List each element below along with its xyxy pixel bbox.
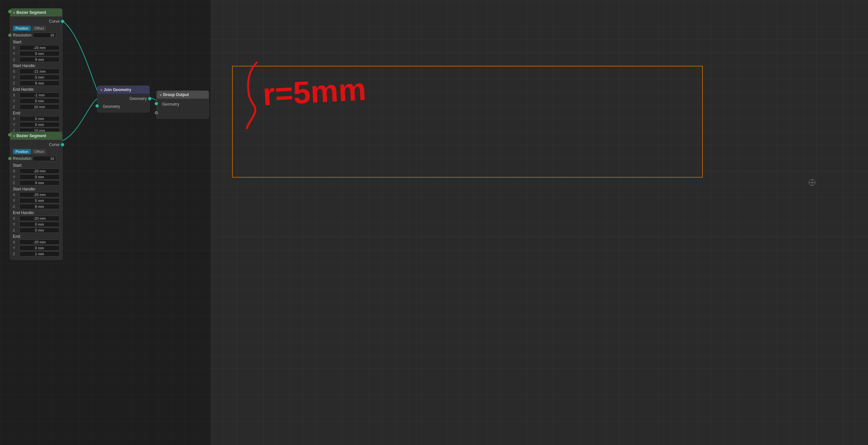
eh-x-2: X -20 mm	[10, 215, 62, 221]
start-z-value-2[interactable]: 9 mm	[20, 180, 60, 185]
start-x-value-2[interactable]: -20 mm	[20, 168, 60, 174]
start-y-value-1[interactable]: 0 mm	[20, 51, 60, 56]
end-x-2: X -20 mm	[10, 239, 62, 245]
bezier-node-2: ∨ Bezier Segment Curve Position Offset R…	[10, 132, 63, 260]
start-z-value-1[interactable]: 9 mm	[20, 57, 60, 62]
eh-z-value-2[interactable]: 0 mm	[20, 228, 60, 233]
sh-x-value-1[interactable]: -21 mm	[20, 69, 60, 74]
eh-y-value-1[interactable]: 0 mm	[20, 98, 60, 104]
x-label: X	[13, 46, 18, 50]
join-geometry-in-row: Geometry	[97, 102, 149, 111]
end-x-socket-1[interactable]	[8, 10, 11, 13]
start-x-value-1[interactable]: -20 mm	[20, 45, 60, 50]
end-x-1: X 0 mm	[10, 116, 62, 122]
end-x-value-2[interactable]: -20 mm	[20, 239, 60, 245]
sh-z-value-1[interactable]: 9 mm	[20, 80, 60, 86]
collapse-icon-1[interactable]: ∨	[13, 11, 15, 14]
resolution-row-2: Resolution 16	[10, 155, 62, 162]
join-geometry-body: Geometry Geometry	[97, 94, 149, 112]
start-y-1: Y 0 mm	[10, 50, 62, 57]
group-geometry-label: Geometry	[159, 102, 179, 107]
position-btn-2[interactable]: Position	[13, 149, 31, 154]
start-label-2: Start:	[10, 162, 62, 168]
join-geometry-in-socket[interactable]	[95, 104, 99, 108]
join-geometry-header: ∨ Join Geometry	[97, 86, 149, 94]
collapse-icon-2[interactable]: ∨	[13, 134, 15, 138]
curve-socket-out-2[interactable]	[61, 143, 64, 146]
start-y-value-2[interactable]: 0 mm	[20, 174, 60, 179]
bezier-node-1-body: Curve Position Offset Resolution 16 Star…	[10, 16, 62, 136]
resolution-value-1[interactable]: 16	[33, 33, 56, 38]
viewport-bounding-box	[232, 66, 703, 178]
end-handle-label-1: End Handle:	[10, 86, 62, 92]
end-x-socket-2[interactable]	[8, 133, 11, 136]
resolution-row-1: Resolution 16	[10, 32, 62, 39]
pos-offset-group-2: Position Offset	[10, 148, 62, 155]
curve-label-1: Curve	[49, 19, 60, 24]
eh-x-value-2[interactable]: -20 mm	[20, 216, 60, 221]
sh-y-2: Y 0 mm	[10, 198, 62, 204]
end-y-value-1[interactable]: 0 mm	[20, 122, 60, 127]
start-label-1: Start:	[10, 39, 62, 45]
join-collapse-icon[interactable]: ∨	[100, 88, 102, 92]
eh-z-1: Z 10 mm	[10, 104, 62, 110]
resolution-socket-1[interactable]	[8, 34, 11, 37]
end-y-value-2[interactable]: 0 mm	[20, 245, 60, 251]
end-z-2: Z 1 mm	[10, 251, 62, 257]
bezier-node-2-title: Bezier Segment	[17, 134, 46, 138]
sh-z-1: Z 9 mm	[10, 80, 62, 86]
eh-y-value-2[interactable]: 0 mm	[20, 222, 60, 227]
end-x-value-1[interactable]: 0 mm	[20, 116, 60, 122]
start-y-2: Y 0 mm	[10, 174, 62, 180]
sh-x-value-2[interactable]: -20 mm	[20, 192, 60, 197]
group-output-title: Group Output	[163, 93, 189, 97]
sh-x-1: X -21 mm	[10, 68, 62, 74]
join-geometry-out-socket[interactable]	[148, 97, 151, 100]
offset-btn-2[interactable]: Offset	[32, 149, 46, 154]
eh-z-value-1[interactable]: 10 mm	[20, 104, 60, 109]
eh-z-2: Z 0 mm	[10, 227, 62, 233]
end-y-1: Y 0 mm	[10, 122, 62, 128]
start-x-1: X -20 mm	[10, 45, 62, 50]
end-z-value-2[interactable]: 1 mm	[20, 251, 60, 256]
bezier-node-2-header: ∨ Bezier Segment	[10, 132, 62, 140]
end-label-2: End:	[10, 233, 62, 239]
bezier-node-1-header: ∨ Bezier Segment	[10, 8, 62, 16]
eh-y-2: Y 0 mm	[10, 221, 62, 227]
resolution-label-2: Resolution	[13, 156, 32, 161]
offset-btn-1[interactable]: Offset	[32, 26, 46, 31]
sh-z-2: Z 8 mm	[10, 204, 62, 209]
start-handle-label-1: Start Handle:	[10, 63, 62, 68]
shx-label: X	[13, 69, 18, 73]
group-geometry-in-socket[interactable]	[155, 102, 158, 105]
group-empty-socket[interactable]	[155, 111, 158, 114]
curve-socket-out-1[interactable]	[61, 20, 64, 23]
start-z-1: Z 9 mm	[10, 57, 62, 63]
node-editor: ∨ Bezier Segment Curve Position Offset R…	[0, 0, 211, 445]
curve-row-1: Curve	[10, 18, 62, 25]
start-z-2: Z 9 mm	[10, 180, 62, 186]
resolution-label-1: Resolution	[13, 33, 32, 37]
resolution-value-2[interactable]: 16	[33, 156, 56, 161]
bezier-node-1: ∨ Bezier Segment Curve Position Offset R…	[10, 8, 63, 136]
group-collapse-icon[interactable]: ∨	[159, 93, 162, 97]
crosshair-lines	[809, 179, 815, 186]
end-handle-label-2: End Handle:	[10, 209, 62, 215]
join-geometry-in-label: Geometry	[100, 104, 120, 109]
group-empty-row	[157, 108, 209, 117]
end-y-2: Y 0 mm	[10, 245, 62, 251]
sh-z-value-2[interactable]: 8 mm	[20, 204, 60, 209]
eh-x-value-1[interactable]: -1 mm	[20, 93, 60, 98]
group-output-node: ∨ Group Output Geometry	[156, 91, 209, 119]
group-output-body: Geometry	[157, 99, 209, 118]
curve-label-2: Curve	[49, 142, 60, 147]
join-geometry-title: Join Geometry	[104, 88, 131, 92]
sh-y-value-1[interactable]: 0 mm	[20, 75, 60, 80]
join-geometry-out-label: Geometry	[129, 96, 147, 101]
sh-y-1: Y 0 mm	[10, 74, 62, 80]
position-btn-1[interactable]: Position	[13, 26, 31, 31]
resolution-socket-2[interactable]	[8, 157, 11, 160]
z-label: Z	[13, 58, 18, 62]
start-x-2: X -20 mm	[10, 168, 62, 174]
sh-y-value-2[interactable]: 0 mm	[20, 198, 60, 203]
